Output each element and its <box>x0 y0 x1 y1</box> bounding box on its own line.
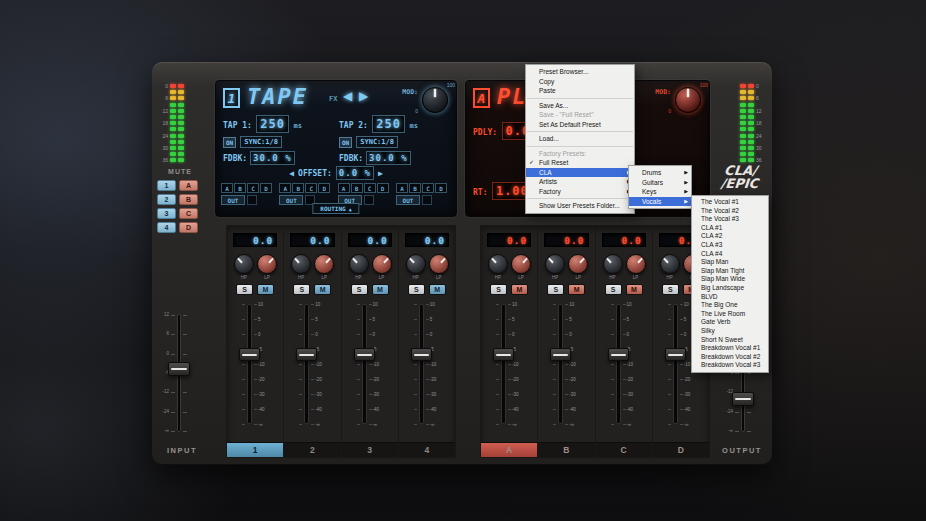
channel-fader-handle[interactable] <box>411 348 432 361</box>
channel-tab-a[interactable]: A <box>481 442 537 457</box>
channel-tab-1[interactable]: 1 <box>227 442 283 457</box>
hp-knob[interactable] <box>234 254 254 274</box>
routing-send-a-button[interactable]: A <box>221 183 233 193</box>
delay-slot-indicator[interactable]: 1 <box>223 88 240 108</box>
routing-out-button[interactable]: OUT <box>221 195 245 205</box>
lp-knob[interactable] <box>511 254 531 274</box>
channel-tab-c[interactable]: C <box>596 442 652 457</box>
menu-item-copy[interactable]: Copy <box>526 77 634 87</box>
hp-knob[interactable] <box>488 254 508 274</box>
mute-button-a[interactable]: M <box>511 284 528 295</box>
channel-fader-handle[interactable] <box>239 348 260 361</box>
routing-send-c-button[interactable]: C <box>422 183 434 193</box>
channel-fader-track[interactable] <box>304 304 309 424</box>
channel-fader-handle[interactable] <box>608 348 629 361</box>
menu-item-big-landscape[interactable]: Big Landscape <box>692 284 768 293</box>
routing-send-a-button[interactable]: A <box>279 183 291 193</box>
offset-decrease-arrow-icon[interactable]: ◀ <box>289 169 294 178</box>
routing-send-b-button[interactable]: B <box>351 183 363 193</box>
routing-send-d-button[interactable]: D <box>260 183 272 193</box>
menu-item-guitars[interactable]: Guitars▶ <box>629 178 691 188</box>
menu-item-the-big-one[interactable]: The Big One <box>692 301 768 310</box>
menu-item-the-vocal-2[interactable]: The Vocal #2 <box>692 207 768 216</box>
menu-item-set-as-default-preset[interactable]: Set As Default Preset <box>526 120 634 130</box>
solo-button-a[interactable]: S <box>490 284 507 295</box>
mute-button-3[interactable]: M <box>372 284 389 295</box>
offset-value[interactable]: 0.0 % <box>336 166 374 180</box>
channel-fader-handle[interactable] <box>493 348 514 361</box>
menu-item-the-vocal-3[interactable]: The Vocal #3 <box>692 215 768 224</box>
routing-send-b-button[interactable]: B <box>292 183 304 193</box>
menu-item-cla-1[interactable]: CLA #1 <box>692 224 768 233</box>
menu-item-keys[interactable]: Keys▶ <box>629 187 691 197</box>
menu-item-the-live-room[interactable]: The Live Room <box>692 310 768 319</box>
mute-button-a[interactable]: A <box>179 180 198 191</box>
mute-button-3[interactable]: 3 <box>157 208 176 219</box>
channel-fader-handle[interactable] <box>354 348 375 361</box>
lp-knob[interactable] <box>372 254 392 274</box>
tap1-feedback-value[interactable]: 30.0 % <box>250 151 295 165</box>
hp-knob[interactable] <box>406 254 426 274</box>
lp-knob[interactable] <box>568 254 588 274</box>
lp-knob[interactable] <box>314 254 334 274</box>
menu-item-blvd[interactable]: BLVD <box>692 293 768 302</box>
channel-tab-2[interactable]: 2 <box>284 442 340 457</box>
mute-button-4[interactable]: 4 <box>157 222 176 233</box>
hp-knob[interactable] <box>603 254 623 274</box>
solo-button-3[interactable]: S <box>351 284 368 295</box>
menu-item-slap-man[interactable]: Slap Man <box>692 258 768 267</box>
mute-button-c[interactable]: M <box>626 284 643 295</box>
tap2-on-button[interactable]: ON <box>339 137 352 148</box>
menu-item-gate-verb[interactable]: Gate Verb <box>692 318 768 327</box>
lp-knob[interactable] <box>626 254 646 274</box>
menu-item-save-as[interactable]: Save As... <box>526 101 634 111</box>
lp-knob[interactable] <box>429 254 449 274</box>
menu-item-artists[interactable]: Artists▶ <box>526 177 634 187</box>
routing-send-d-button[interactable]: D <box>435 183 447 193</box>
menu-item-paste[interactable]: Paste <box>526 86 634 96</box>
channel-fader-track[interactable] <box>558 304 563 424</box>
fader-handle[interactable] <box>732 392 754 406</box>
routing-send-d-button[interactable]: D <box>318 183 330 193</box>
routing-send-a-button[interactable]: A <box>338 183 350 193</box>
channel-tab-4[interactable]: 4 <box>399 442 455 457</box>
routing-send-a-button[interactable]: A <box>396 183 408 193</box>
menu-item-breakdown-vocal-3[interactable]: Breakdown Vocal #3 <box>692 361 768 370</box>
tap1-on-button[interactable]: ON <box>223 137 236 148</box>
solo-button-c[interactable]: S <box>605 284 622 295</box>
menu-item-factory[interactable]: Factory▶ <box>526 187 634 197</box>
channel-tab-d[interactable]: D <box>653 442 709 457</box>
menu-item-breakdown-vocal-2[interactable]: Breakdown Vocal #2 <box>692 353 768 362</box>
mute-button-d[interactable]: D <box>179 222 198 233</box>
lp-knob[interactable] <box>257 254 277 274</box>
tap1-sync-selector[interactable]: SYNC:1/8 <box>240 136 282 148</box>
channel-fader-track[interactable] <box>247 304 252 424</box>
routing-send-d-button[interactable]: D <box>377 183 389 193</box>
menu-item-drums[interactable]: Drums▶ <box>629 168 691 178</box>
menu-item-show-user-presets-folder[interactable]: Show User Presets Folder... <box>526 201 634 211</box>
channel-fader-handle[interactable] <box>550 348 571 361</box>
routing-out-button[interactable]: OUT <box>279 195 303 205</box>
menu-item-slap-man-tight[interactable]: Slap Man Tight <box>692 267 768 276</box>
menu-item-full-reset[interactable]: Full Reset✓ <box>526 158 634 168</box>
menu-item-silky[interactable]: Silky <box>692 327 768 336</box>
menu-item-short-n-sweet[interactable]: Short N Sweet <box>692 336 768 345</box>
mute-button-b[interactable]: B <box>179 194 198 205</box>
routing-toggle[interactable]: ROUTING ▲ <box>312 203 359 214</box>
solo-button-4[interactable]: S <box>408 284 425 295</box>
fader-handle[interactable] <box>168 362 190 376</box>
menu-item-vocals[interactable]: Vocals▶ <box>629 197 691 207</box>
solo-button-1[interactable]: S <box>236 284 253 295</box>
mute-button-c[interactable]: C <box>179 208 198 219</box>
solo-button-d[interactable]: S <box>662 284 679 295</box>
hp-knob[interactable] <box>349 254 369 274</box>
tap2-time-value[interactable]: 250 <box>372 115 405 133</box>
channel-tab-b[interactable]: B <box>538 442 594 457</box>
mute-button-2[interactable]: 2 <box>157 194 176 205</box>
delay-preset-title[interactable]: TAPE <box>247 84 308 109</box>
channel-fader-handle[interactable] <box>296 348 317 361</box>
solo-button-2[interactable]: S <box>293 284 310 295</box>
routing-send-c-button[interactable]: C <box>305 183 317 193</box>
tap2-feedback-value[interactable]: 30.0 % <box>366 151 411 165</box>
menu-item-cla-2[interactable]: CLA #2 <box>692 232 768 241</box>
